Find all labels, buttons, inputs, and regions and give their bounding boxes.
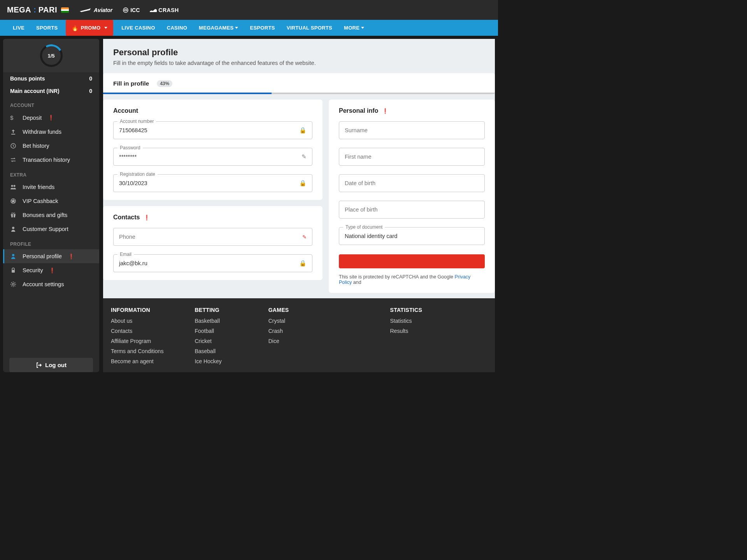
svg-rect-12 <box>12 270 15 273</box>
lock-icon: 🔒 <box>299 127 307 134</box>
nav-esports[interactable]: ESPORTS <box>244 20 281 36</box>
footer-link[interactable]: Terms and Conditions <box>111 348 163 354</box>
nav-megagames[interactable]: MEGAGAMES <box>193 20 244 36</box>
sidebar: 1/5 Bonus points 0 Main account (INR) 0 … <box>3 39 99 372</box>
people-icon <box>10 184 17 190</box>
footer-link[interactable]: Become an agent <box>111 358 163 364</box>
svg-point-10 <box>12 227 14 229</box>
svg-point-2 <box>11 185 13 187</box>
section-profile: PROFILE <box>3 236 99 249</box>
footer-link[interactable]: Cricket <box>195 338 221 344</box>
personal-info-card: Personal info❗ Surname First name Date o… <box>329 100 495 293</box>
brand-logo[interactable]: MEGA : PARI <box>7 5 69 14</box>
sidebar-item-support[interactable]: Customer Support <box>3 222 99 236</box>
phone-field[interactable]: Phone ✎ <box>113 228 312 246</box>
reg-date-field: Registration date 30/10/2023 🔒 <box>113 174 312 192</box>
doc-type-field[interactable]: Type of documentNational identity card <box>339 227 485 245</box>
svg-point-0 <box>123 8 128 12</box>
nav-live[interactable]: LIVE <box>7 20 30 36</box>
footer-link[interactable]: Contacts <box>111 328 163 334</box>
footer-link[interactable]: Ice Hockey <box>195 358 221 364</box>
nav-sports[interactable]: SPORTS <box>30 20 63 36</box>
sidebar-item-profile[interactable]: Personal profile❗ <box>3 249 99 263</box>
progress-bar-fill <box>103 93 272 94</box>
password-value: ******** <box>119 154 302 160</box>
nav-more[interactable]: MORE <box>338 20 370 36</box>
account-title: Account <box>113 107 312 114</box>
alert-icon: ❗ <box>144 215 150 220</box>
password-field[interactable]: Password ******** ✎ <box>113 148 312 166</box>
crash-icon <box>150 8 157 12</box>
crash-link[interactable]: CRASH <box>150 7 179 13</box>
nav-virtual-sports[interactable]: VIRTUAL SPORTS <box>281 20 338 36</box>
footer-link[interactable]: Basketball <box>195 318 221 324</box>
nav-promo[interactable]: 🔥 PROMO <box>66 20 113 36</box>
star-icon <box>10 198 17 204</box>
footer-link[interactable]: Statistics <box>390 318 423 324</box>
edit-icon[interactable]: ✎ <box>302 153 307 160</box>
profile-progress-ring: 1/5 <box>3 39 99 72</box>
fill-profile-title: Fill in profile <box>113 80 149 87</box>
sidebar-item-bet-history[interactable]: Bet history <box>3 139 99 153</box>
sidebar-item-deposit[interactable]: $Deposit❗ <box>3 110 99 125</box>
account-number-field: Account number 715068425 🔒 <box>113 121 312 139</box>
alert-icon: ❗ <box>49 268 55 273</box>
logo-text-2: PARI <box>39 5 57 14</box>
svg-rect-7 <box>13 214 14 217</box>
top-bar: MEGA : PARI Aviator ICC CRASH <box>0 0 498 20</box>
footer-link[interactable]: About us <box>111 318 163 324</box>
flame-icon: 🔥 <box>72 25 78 31</box>
logo-text-1: MEGA <box>7 5 31 14</box>
lock-icon <box>10 267 17 273</box>
logout-button[interactable]: Log out <box>9 358 93 372</box>
icc-link[interactable]: ICC <box>123 7 140 13</box>
alert-icon: ❗ <box>48 115 54 121</box>
gear-icon <box>10 281 17 287</box>
page-title: Personal profile <box>113 47 485 58</box>
chevron-down-icon <box>104 27 107 29</box>
nav-live-casino[interactable]: LIVE CASINO <box>116 20 161 36</box>
chevron-down-icon <box>235 27 238 29</box>
pob-field[interactable]: Place of birth <box>339 201 485 219</box>
sidebar-item-tx-history[interactable]: Transaction history <box>3 153 99 167</box>
lock-icon: 🔒 <box>299 180 307 187</box>
main-account-row: Main account (INR) 0 <box>3 85 99 97</box>
aviator-link[interactable]: Aviator <box>79 7 112 13</box>
sidebar-item-vip[interactable]: VIP Cashback <box>3 194 99 208</box>
nav-casino[interactable]: CASINO <box>161 20 193 36</box>
chevron-down-icon <box>361 27 364 29</box>
footer-link[interactable]: Baseball <box>195 348 221 354</box>
contacts-card: Contacts❗ Phone ✎ Email jakc@bk. <box>103 206 323 280</box>
sidebar-item-settings[interactable]: Account settings <box>3 277 99 291</box>
fill-profile-card: Fill in profile 43% <box>103 73 495 94</box>
save-button[interactable] <box>339 254 485 268</box>
main-wrap: 1/5 Bonus points 0 Main account (INR) 0 … <box>0 36 498 373</box>
sidebar-item-invite[interactable]: Invite friends <box>3 180 99 194</box>
footer-link[interactable]: Crystal <box>268 318 289 324</box>
footer-link[interactable]: Football <box>195 328 221 334</box>
footer: INFORMATION About us Contacts Affiliate … <box>103 298 495 372</box>
surname-field[interactable]: Surname <box>339 121 485 139</box>
main-nav: LIVE SPORTS 🔥 PROMO LIVE CASINO CASINO M… <box>0 20 498 36</box>
edit-icon[interactable]: ✎ <box>302 234 307 240</box>
footer-link[interactable]: Results <box>390 328 423 334</box>
plane-icon <box>79 7 91 13</box>
footer-link[interactable]: Crash <box>268 328 289 334</box>
india-flag-icon <box>61 7 69 13</box>
sidebar-item-withdraw[interactable]: Withdraw funds <box>3 125 99 139</box>
footer-link[interactable]: Dice <box>268 338 289 344</box>
alert-icon: ❗ <box>382 108 388 114</box>
dob-field[interactable]: Date of birth <box>339 174 485 192</box>
email-field: Email jakc@bk.ru 🔒 <box>113 254 312 272</box>
section-extra: EXTRA <box>3 167 99 180</box>
footer-link[interactable]: Affiliate Program <box>111 338 163 344</box>
contacts-title: Contacts❗ <box>113 214 312 221</box>
fill-profile-pct: 43% <box>157 80 172 87</box>
logout-icon <box>36 362 42 368</box>
user-icon <box>10 253 17 259</box>
firstname-field[interactable]: First name <box>339 148 485 166</box>
sidebar-item-security[interactable]: Security❗ <box>3 263 99 277</box>
alert-icon: ❗ <box>68 254 74 259</box>
sidebar-item-bonuses[interactable]: Bonuses and gifts <box>3 208 99 222</box>
content: Personal profile Fill in the empty field… <box>103 39 495 372</box>
